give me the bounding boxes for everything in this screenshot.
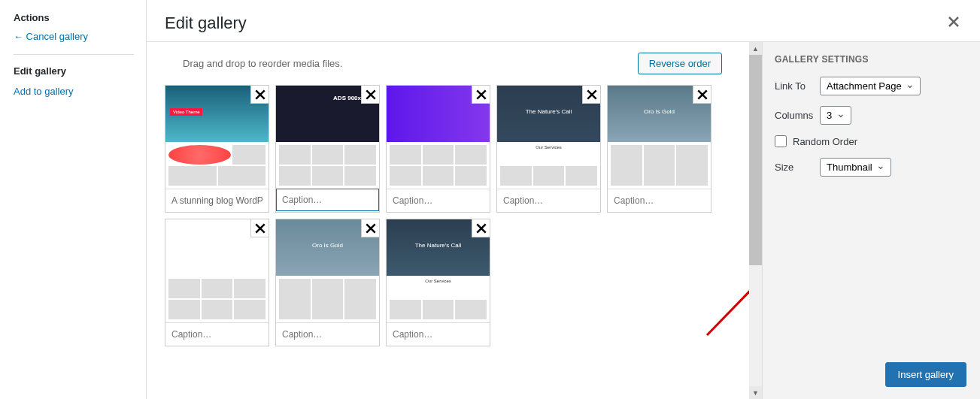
thumb-text: The Nature's Call (387, 242, 490, 249)
content-area: Drag and drop to reorder media files. Re… (147, 42, 980, 399)
close-button[interactable] (945, 12, 962, 34)
columns-select[interactable]: 3 (820, 106, 851, 125)
close-icon (365, 89, 377, 101)
columns-label: Columns (775, 110, 812, 121)
insert-gallery-button[interactable]: Insert gallery (885, 362, 966, 387)
add-to-gallery-tab[interactable]: Add to gallery (14, 86, 134, 97)
gallery-item[interactable] (386, 85, 490, 213)
thumbnail[interactable]: ADS 900x (276, 86, 379, 189)
remove-item-button[interactable] (250, 86, 269, 104)
thumbnail[interactable] (165, 219, 269, 322)
random-order-label: Random Order (793, 136, 857, 147)
divider (14, 54, 134, 55)
link-to-row: Link To Attachment Page (775, 77, 968, 95)
thumbnail[interactable]: Oro Is Gold (608, 86, 711, 189)
caption-input[interactable] (165, 322, 269, 346)
thumbnail[interactable]: Video Theme (165, 86, 269, 189)
close-icon (586, 89, 598, 101)
remove-item-button[interactable] (250, 219, 269, 237)
thumb-text: Oro Is Gold (608, 108, 711, 115)
close-icon (475, 89, 487, 101)
sidebar: Actions ← Cancel gallery Edit gallery Ad… (0, 0, 147, 399)
gallery-item[interactable] (165, 219, 269, 346)
remove-item-button[interactable] (472, 86, 490, 104)
scroll-track[interactable] (749, 55, 762, 386)
remove-item-button[interactable] (582, 86, 600, 104)
thumbnail[interactable]: Oro Is Gold (276, 219, 379, 322)
scrollbar[interactable]: ▲ ▼ (749, 42, 762, 399)
settings-panel: GALLERY SETTINGS Link To Attachment Page… (762, 42, 980, 399)
settings-heading: GALLERY SETTINGS (775, 54, 968, 65)
thumb-badge: Video Theme (170, 108, 202, 116)
size-label: Size (775, 162, 812, 173)
scroll-thumb[interactable] (749, 55, 762, 265)
columns-row: Columns 3 (775, 106, 968, 125)
caption-input[interactable] (608, 189, 711, 212)
gallery-item[interactable]: The Nature's Call Our Services (496, 85, 601, 213)
thumbnail[interactable]: The Nature's Call Our Services (387, 219, 490, 322)
size-row: Size Thumbnail (775, 158, 968, 177)
cancel-gallery-link[interactable]: ← Cancel gallery (14, 31, 134, 42)
edit-gallery-tab[interactable]: Edit gallery (14, 65, 134, 77)
close-icon (365, 222, 377, 234)
close-icon (254, 222, 266, 234)
gallery-item[interactable]: Video Theme (165, 85, 269, 213)
caption-input[interactable] (165, 189, 269, 212)
remove-item-button[interactable] (472, 219, 490, 237)
size-select[interactable]: Thumbnail (820, 158, 891, 177)
gallery-item[interactable]: The Nature's Call Our Services (386, 219, 490, 346)
close-icon (475, 222, 487, 234)
header: Edit gallery (147, 0, 980, 42)
scroll-up-button[interactable]: ▲ (749, 42, 762, 55)
thumbnail[interactable] (387, 86, 490, 189)
thumb-text: Our Services (500, 145, 597, 165)
gallery-area: Drag and drop to reorder media files. Re… (147, 42, 749, 399)
gallery-grid: Video Theme ADS 900x (165, 85, 740, 346)
caption-input[interactable] (497, 189, 600, 212)
remove-item-button[interactable] (361, 86, 379, 104)
remove-item-button[interactable] (361, 219, 379, 237)
caption-input[interactable] (387, 189, 490, 212)
scroll-down-button[interactable]: ▼ (749, 386, 762, 399)
gallery-item[interactable]: ADS 900x (275, 85, 380, 213)
caption-input[interactable] (276, 322, 379, 346)
gallery-item[interactable]: Oro Is Gold (607, 85, 711, 213)
caption-input[interactable] (276, 189, 379, 211)
caption-input[interactable] (387, 322, 490, 346)
actions-heading: Actions (14, 12, 134, 23)
thumb-text: Our Services (390, 279, 487, 298)
close-icon (254, 89, 266, 101)
link-to-label: Link To (775, 80, 812, 92)
link-to-select[interactable]: Attachment Page (820, 77, 921, 95)
page-title: Edit gallery (165, 14, 247, 33)
footer: Insert gallery (885, 362, 966, 387)
thumb-text: ADS 900x (333, 95, 361, 101)
sub-header: Drag and drop to reorder media files. Re… (165, 42, 740, 85)
random-order-checkbox[interactable] (775, 135, 787, 147)
close-icon (696, 89, 708, 101)
thumbnail[interactable]: The Nature's Call Our Services (497, 86, 600, 189)
remove-item-button[interactable] (693, 86, 711, 104)
thumb-text: Oro Is Gold (276, 242, 379, 249)
random-order-row: Random Order (775, 135, 968, 147)
reorder-hint: Drag and drop to reorder media files. (183, 58, 342, 69)
reverse-order-button[interactable]: Reverse order (638, 53, 722, 74)
gallery-item[interactable]: Oro Is Gold (275, 219, 380, 346)
thumb-text: The Nature's Call (497, 108, 600, 115)
close-icon (948, 17, 959, 27)
main-panel: Edit gallery Drag and drop to reorder me… (147, 0, 980, 399)
